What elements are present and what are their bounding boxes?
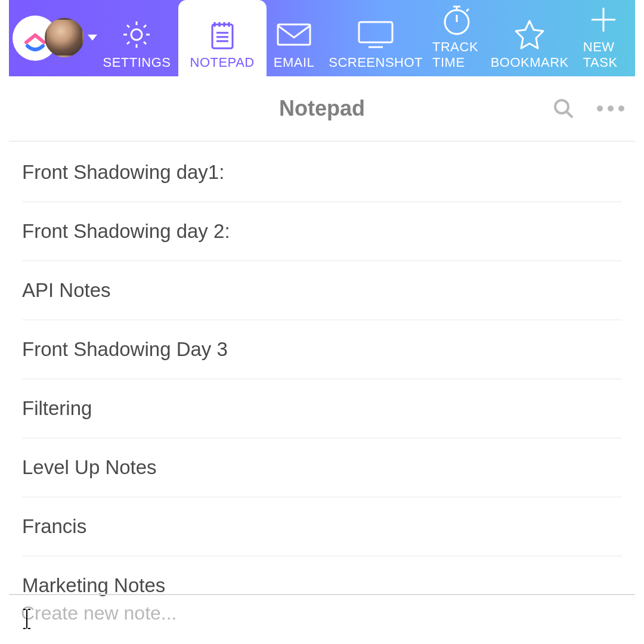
header-tabs: SETTINGS NOTEPAD [95,0,631,76]
tab-label: TRACK TIME [432,39,481,70]
svg-point-0 [131,29,142,40]
text-cursor-icon [20,608,34,630]
tab-label: NOTEPAD [190,55,255,70]
svg-rect-2 [278,24,310,45]
note-item[interactable]: Filtering [22,379,622,438]
create-note-input[interactable] [21,602,623,624]
tab-label: SETTINGS [103,55,171,70]
user-avatar[interactable] [45,18,84,57]
gear-icon [120,14,153,55]
more-icon[interactable] [597,106,624,112]
tab-notepad[interactable]: NOTEPAD [178,0,267,76]
tab-newtask[interactable]: NEW TASK [576,0,631,76]
monitor-icon [355,14,396,55]
tab-bookmark[interactable]: BOOKMARK [484,0,576,76]
notes-list: Front Shadowing day1: Front Shadowing da… [9,142,635,615]
tab-screenshot[interactable]: SCREENSHOT [321,0,430,76]
note-item[interactable]: Francis [22,497,622,556]
note-item[interactable]: Front Shadowing day 2: [22,202,622,261]
tab-label: EMAIL [274,55,315,70]
search-icon[interactable] [552,97,575,120]
workspace-switcher[interactable] [13,0,87,76]
app-header: SETTINGS NOTEPAD [9,0,635,76]
note-item[interactable]: Front Shadowing Day 3 [22,320,622,379]
page-subheader: Notepad [9,76,635,142]
stopwatch-icon [440,0,473,39]
create-note-area [9,594,635,639]
plus-icon [587,0,620,39]
tab-label: NEW TASK [583,39,624,70]
chevron-down-icon [88,35,97,41]
star-icon [512,14,547,55]
page-title: Notepad [279,96,365,121]
tab-settings[interactable]: SETTINGS [95,0,178,76]
tab-label: BOOKMARK [491,55,569,70]
note-item[interactable]: API Notes [22,261,622,320]
tab-label: SCREENSHOT [329,55,423,70]
note-item[interactable]: Front Shadowing day1: [22,142,622,202]
note-item[interactable]: Level Up Notes [22,438,622,497]
svg-rect-3 [359,22,392,42]
tab-email[interactable]: EMAIL [267,0,322,76]
tab-tracktime[interactable]: TRACK TIME [430,0,484,76]
notepad-icon [208,14,237,55]
mail-icon [274,14,314,55]
svg-point-5 [555,100,568,113]
